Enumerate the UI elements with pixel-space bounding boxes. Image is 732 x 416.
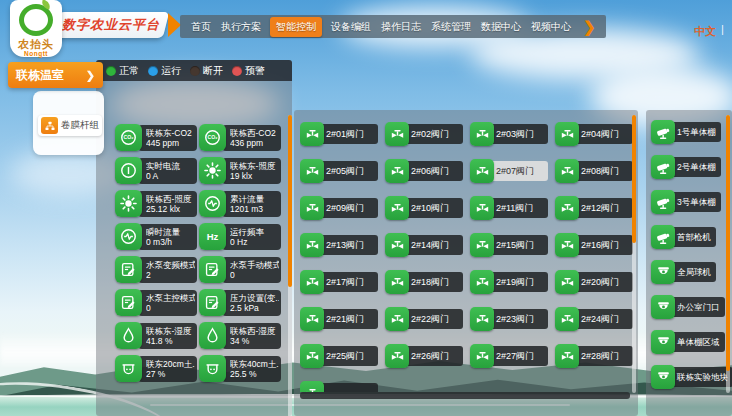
sensor-card[interactable]: CO₂联栋东-CO2445 ppm xyxy=(115,124,197,152)
nav-chevron-icon[interactable]: ❯ xyxy=(583,19,596,34)
sensor-card[interactable]: 联栋西-湿度34 % xyxy=(199,322,281,350)
valve-item[interactable]: 2#18阀门 xyxy=(385,270,463,294)
camera-panel: 1号单体棚2号单体棚3号单体棚首部枪机全局球机办公室门口单体棚区域联栋实验地块 xyxy=(646,110,732,416)
valve-item[interactable]: 2#28阀门 xyxy=(555,344,633,368)
sensor-name: 联栋西-湿度 xyxy=(230,326,279,337)
valve-icon xyxy=(300,233,324,257)
valve-item[interactable]: 2#09阀门 xyxy=(300,196,378,220)
legend-item: 运行 xyxy=(148,64,181,78)
valve-label: 2#08阀门 xyxy=(575,161,633,181)
camera-scrollbar[interactable] xyxy=(726,115,730,393)
language-selector[interactable]: 中文 xyxy=(694,24,716,39)
valve-item[interactable]: 2#10阀门 xyxy=(385,196,463,220)
valve-item[interactable]: 2#07阀门 xyxy=(470,159,548,183)
nav-item-4[interactable]: 设备编组 xyxy=(328,20,374,34)
camera-label: 单体棚区域 xyxy=(671,332,725,352)
valve-item[interactable]: 2#08阀门 xyxy=(555,159,633,183)
valve-item[interactable]: 2#13阀门 xyxy=(300,233,378,257)
valve-icon xyxy=(555,122,579,146)
valve-icon xyxy=(300,381,324,392)
group-icon xyxy=(41,117,58,134)
valve-item[interactable]: 2#25阀门 xyxy=(300,344,378,368)
sensor-name: 联东40cm土... xyxy=(230,359,279,370)
camera-item[interactable]: 1号单体棚 xyxy=(651,120,731,144)
sensor-card[interactable]: 联栋东-湿度41.8 % xyxy=(115,322,197,350)
valve-item[interactable]: 2#12阀门 xyxy=(555,196,633,220)
sensor-readout: 水泵变频模式2 xyxy=(138,257,197,283)
camera-item[interactable]: 办公室门口 xyxy=(651,295,731,319)
valve-item[interactable]: 2#02阀门 xyxy=(385,122,463,146)
camera-item[interactable]: 联栋实验地块 xyxy=(651,365,731,389)
valve-label: 2#07阀门 xyxy=(490,161,548,181)
greenhouse-zone-button[interactable]: 联栋温室 ❯ xyxy=(8,62,103,88)
sensor-value: 0 xyxy=(230,270,279,281)
sensor-card[interactable]: Hz运行频率0 Hz xyxy=(199,223,281,251)
scrollbar-thumb[interactable] xyxy=(726,115,730,371)
sensor-card[interactable]: 水泵手动模式0 xyxy=(199,256,281,284)
sensor-card[interactable]: 水泵变频模式2 xyxy=(115,256,197,284)
valve-item[interactable]: 2#05阀门 xyxy=(300,159,378,183)
valve-scrollbar[interactable] xyxy=(632,115,636,393)
sensor-card[interactable]: 联栋西-照度25.12 klx xyxy=(115,190,197,218)
valve-label: 2#28阀门 xyxy=(575,346,633,366)
valve-item[interactable]: 2#22阀门 xyxy=(385,307,463,331)
valve-icon xyxy=(385,122,409,146)
valve-item[interactable]: 2#20阀门 xyxy=(555,270,633,294)
nav-item-5[interactable]: 操作日志 xyxy=(378,20,424,34)
valve-label: 2#27阀门 xyxy=(490,346,548,366)
valve-item[interactable]: 2#21阀门 xyxy=(300,307,378,331)
sensor-card[interactable]: 联栋东-照度19 klx xyxy=(199,157,281,185)
valve-item[interactable]: 2#04阀门 xyxy=(555,122,633,146)
sidebar-item-roll-film-group[interactable]: 卷膜杆组 xyxy=(38,115,102,136)
nav-item-7[interactable]: 数据中心 xyxy=(478,20,524,34)
sensor-card[interactable]: 瞬时流量0 m3/h xyxy=(115,223,197,251)
sensor-card[interactable]: 压力设置(变...2.5 kPa xyxy=(199,289,281,317)
valve-label: 2#05阀门 xyxy=(320,161,378,181)
valve-label: 2#11阀门 xyxy=(490,198,548,218)
nav-item-8[interactable]: 视频中心 xyxy=(528,20,574,34)
sensor-scrollbar[interactable] xyxy=(288,115,292,416)
valve-item[interactable]: 2#27阀门 xyxy=(470,344,548,368)
valve-item[interactable]: 2#24阀门 xyxy=(555,307,633,331)
sensor-readout: 实时电流0 A xyxy=(138,158,197,184)
valve-item[interactable]: 2#06阀门 xyxy=(385,159,463,183)
brand-name: 农抬头 xyxy=(18,38,54,50)
valve-item[interactable]: 2#14阀门 xyxy=(385,233,463,257)
scrollbar-thumb[interactable] xyxy=(632,115,636,243)
valve-icon xyxy=(555,307,579,331)
sensor-card[interactable]: 实时电流0 A xyxy=(115,157,197,185)
valve-item[interactable]: 2#01阀门 xyxy=(300,122,378,146)
camera-item[interactable]: 2号单体棚 xyxy=(651,155,731,179)
valve-item[interactable]: 2#03阀门 xyxy=(470,122,548,146)
valve-item[interactable]: 2#19阀门 xyxy=(470,270,548,294)
scrollbar-thumb[interactable] xyxy=(288,115,292,287)
sensor-value: 27 % xyxy=(146,369,195,380)
nav-item-2[interactable]: 执行方案 xyxy=(218,20,264,34)
valve-item[interactable]: 2#11阀门 xyxy=(470,196,548,220)
sensor-value: 445 ppm xyxy=(146,138,195,149)
sensor-card[interactable]: 联东20cm土...27 % xyxy=(115,355,197,383)
sensor-card[interactable]: 累计流量1201 m3 xyxy=(199,190,281,218)
svg-text:CO₂: CO₂ xyxy=(208,134,219,140)
camera-item[interactable]: 单体棚区域 xyxy=(651,330,731,354)
nav-item-6[interactable]: 系统管理 xyxy=(428,20,474,34)
legend-label: 预警 xyxy=(245,64,265,78)
sensor-card[interactable]: 联东40cm土...25.5 % xyxy=(199,355,281,383)
nav-item-1[interactable]: 首页 xyxy=(188,20,214,34)
valve-label: 2#25阀门 xyxy=(320,346,378,366)
valve-item[interactable]: 2#15阀门 xyxy=(470,233,548,257)
valve-item[interactable]: 2#26阀门 xyxy=(385,344,463,368)
valve-item[interactable]: 2#23阀门 xyxy=(470,307,548,331)
horizontal-scrollbar[interactable] xyxy=(300,392,630,399)
nav-item-3[interactable]: 智能控制 xyxy=(270,17,322,37)
sensor-card[interactable]: CO₂联栋西-CO2436 ppm xyxy=(199,124,281,152)
sensor-card[interactable]: 水泵主控模式0 xyxy=(115,289,197,317)
humidity-icon xyxy=(199,322,226,349)
valve-item[interactable]: 2#16阀门 xyxy=(555,233,633,257)
valve-item[interactable]: 2#17阀门 xyxy=(300,270,378,294)
camera-item[interactable]: 3号单体棚 xyxy=(651,190,731,214)
camera-item[interactable]: 全局球机 xyxy=(651,260,731,284)
sensor-name: 水泵变频模式 xyxy=(146,260,195,271)
camera-item[interactable]: 首部枪机 xyxy=(651,225,731,249)
valve-item-partial[interactable] xyxy=(300,381,378,392)
